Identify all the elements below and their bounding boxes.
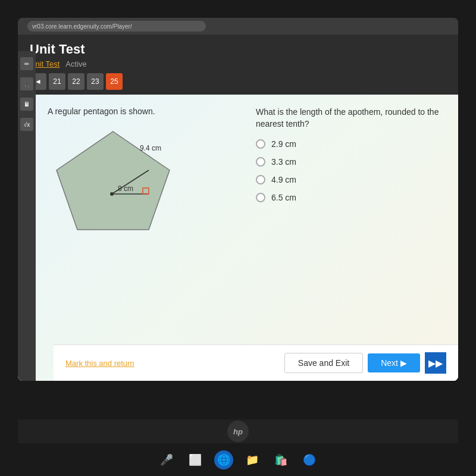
taskbar-mic-icon[interactable]: 🎤	[157, 450, 176, 469]
question-nav: ◄ 21 22 23 25	[30, 73, 446, 90]
browser-bar: vr03.core.learn.edgenuity.com/Player/	[18, 18, 458, 35]
laptop-bezel: hp	[18, 419, 458, 443]
radio-2[interactable]	[256, 157, 265, 167]
nav-q23[interactable]: 23	[87, 73, 104, 90]
hp-logo: hp	[227, 421, 249, 442]
choice-label-3: 4.9 cm	[271, 175, 296, 184]
choice-1[interactable]: 2.9 cm	[256, 139, 446, 149]
active-status: Active	[65, 60, 86, 68]
choice-label-2: 3.3 cm	[271, 157, 296, 167]
taskbar-store-icon[interactable]: 🛍️	[271, 450, 290, 469]
save-exit-button[interactable]: Save and Exit	[284, 353, 363, 373]
radio-3[interactable]	[256, 175, 265, 184]
choice-4[interactable]: 6.5 cm	[256, 193, 446, 202]
taskbar-folder-icon[interactable]: 📁	[243, 450, 262, 469]
header-subtitle: Unit Test Active	[30, 60, 446, 68]
header: Unit Test Unit Test Active ◄ 21 22 23 25	[18, 35, 458, 95]
svg-text:9.4 cm: 9.4 cm	[140, 144, 161, 152]
quiz-content: A regular pentagon is shown. 9.4 cm	[36, 95, 458, 345]
quiz-area: A regular pentagon is shown. 9.4 cm	[36, 95, 458, 381]
sidebar-icon-pencil[interactable]: ✏	[20, 57, 33, 70]
question-header-text: What is the length of the apothem, round…	[256, 107, 446, 130]
footer-buttons: Save and Exit Next ▶ ▶▶	[284, 352, 446, 374]
answer-choices: 2.9 cm 3.3 cm 4.9 cm 6.5 cm	[256, 139, 446, 202]
choice-2[interactable]: 3.3 cm	[256, 157, 446, 167]
svg-text:8 cm: 8 cm	[118, 184, 133, 193]
sidebar-icon-formula[interactable]: √x	[20, 118, 33, 131]
next-arrow-icon: ▶	[400, 358, 407, 368]
choice-label-1: 2.9 cm	[271, 139, 296, 149]
next-label: Next	[381, 358, 398, 368]
pentagon-svg: 9.4 cm 8 cm	[48, 126, 178, 245]
radio-1[interactable]	[256, 139, 265, 149]
nav-q21[interactable]: 21	[49, 73, 65, 90]
sidebar-icon-calc[interactable]: 🖩	[20, 98, 33, 111]
question-left: A regular pentagon is shown. 9.4 cm	[48, 107, 238, 333]
taskbar: 🎤 ⬜ 🌐 📁 🛍️ 🔵	[0, 443, 476, 476]
taskbar-edge-icon[interactable]: 🌐	[214, 450, 233, 469]
choice-3[interactable]: 4.9 cm	[256, 175, 446, 184]
question-left-text: A regular pentagon is shown.	[48, 107, 238, 116]
url-text: vr03.core.learn.edgenuity.com/Player/	[32, 23, 132, 30]
nav-q25[interactable]: 25	[106, 73, 123, 90]
pentagon-diagram: 9.4 cm 8 cm	[48, 126, 178, 245]
page-title: Unit Test	[30, 42, 446, 57]
next-button[interactable]: Next ▶	[368, 353, 420, 372]
content-area: Unit Test Unit Test Active ◄ 21 22 23 25…	[18, 35, 458, 381]
double-arrow-icon: ▶▶	[428, 358, 443, 369]
nav-q22[interactable]: 22	[68, 73, 84, 90]
radio-4[interactable]	[256, 193, 265, 202]
url-bar: vr03.core.learn.edgenuity.com/Player/	[27, 21, 206, 32]
arrow-forward-button[interactable]: ▶▶	[425, 352, 446, 374]
sidebar-icon-headphone[interactable]: 🎧	[20, 77, 33, 90]
left-sidebar: ✏ 🎧 🖩 √x	[18, 51, 36, 381]
quiz-footer: Mark this and return Save and Exit Next …	[54, 345, 458, 381]
choice-label-4: 6.5 cm	[271, 193, 296, 202]
question-right: What is the length of the apothem, round…	[256, 107, 446, 333]
taskbar-chrome-icon[interactable]: 🔵	[300, 450, 319, 469]
mark-return-link[interactable]: Mark this and return	[65, 359, 134, 368]
taskbar-window-icon[interactable]: ⬜	[186, 450, 205, 469]
